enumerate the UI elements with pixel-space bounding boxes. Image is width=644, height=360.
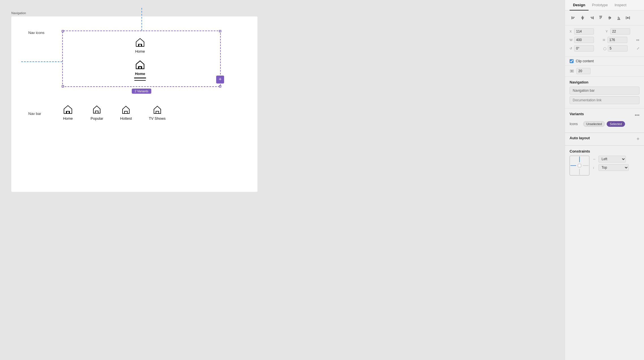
corner-input[interactable] (608, 45, 628, 52)
svg-rect-20 (610, 17, 611, 19)
align-center-h-btn[interactable] (579, 14, 587, 22)
x-field: X (570, 28, 604, 35)
tab-prototype[interactable]: Prototype (589, 0, 611, 10)
constraint-v-select[interactable]: Top Bottom Center Top & Bottom Scale (598, 164, 629, 171)
y-input[interactable] (610, 28, 630, 35)
align-left-icon (571, 16, 576, 20)
variant-selected[interactable]: Selected (607, 121, 625, 127)
nav-icon-unselected-label: Home (135, 49, 145, 53)
nav-icon-selected-label: Home (135, 72, 145, 76)
nav-bar-popular[interactable]: Popular (91, 104, 103, 121)
variant-unselected[interactable]: Unselected (583, 121, 605, 127)
align-bottom-btn[interactable] (615, 14, 623, 22)
align-middle-icon (607, 16, 612, 20)
w-label: W (570, 38, 573, 42)
auto-layout-add-button[interactable]: + (636, 136, 639, 142)
align-top-icon (598, 16, 603, 20)
expand-icon[interactable]: ⤢ (637, 46, 639, 50)
nav-icons-section: Nav icons (28, 28, 241, 87)
svg-rect-26 (627, 17, 628, 19)
align-right-btn[interactable] (588, 14, 596, 22)
constraint-bottom-line (579, 169, 580, 175)
corner-handle-tr[interactable] (219, 30, 221, 32)
constraint-left-line (570, 165, 576, 166)
svg-rect-12 (593, 16, 594, 19)
icons-variant-row: Icons Unselected Selected (570, 121, 639, 127)
home-bar-icon (62, 104, 74, 115)
xy-row: X Y (570, 28, 639, 35)
house-icon-selected (134, 59, 146, 70)
constraint-h-select[interactable]: Left Right Center Left & Right Scale (598, 156, 626, 162)
blue-dashed-horizontal (21, 61, 62, 62)
svg-rect-3 (95, 111, 98, 113)
nav-bar-input[interactable] (570, 87, 639, 95)
tab-design[interactable]: Design (570, 0, 589, 10)
distribute-btn[interactable] (624, 14, 632, 22)
clip-content-checkbox[interactable] (570, 59, 574, 63)
panel-tabs: Design Prototype Inspect (565, 0, 644, 10)
auto-layout-section: Auto layout + (565, 133, 644, 145)
variants-more-button[interactable]: ••• (635, 113, 639, 118)
align-top-btn[interactable] (597, 14, 605, 22)
align-bottom-icon (617, 16, 621, 20)
gap-input[interactable] (576, 68, 591, 74)
clip-content-row: Clip content (565, 57, 644, 66)
tab-inspect[interactable]: Inspect (611, 0, 630, 10)
right-panel: Design Prototype Inspect X (565, 0, 644, 360)
nav-bar-tvshows[interactable]: TV Shows (149, 104, 166, 121)
popular-label: Popular (91, 116, 103, 121)
wh-row: W H ⇔ (570, 37, 639, 43)
align-middle-btn[interactable] (606, 14, 614, 22)
svg-rect-7 (572, 17, 575, 18)
gap-row (565, 66, 644, 77)
nav-icon-unselected[interactable]: Home (68, 37, 212, 53)
align-right-icon (589, 16, 594, 20)
x-input[interactable] (574, 28, 594, 35)
nav-bar-section: Nav bar Home Popular (28, 104, 241, 121)
navigation-section: Navigation (565, 77, 644, 108)
resize-lock-icon[interactable]: ⇔ (636, 38, 639, 42)
svg-rect-2 (67, 111, 69, 113)
svg-rect-29 (572, 70, 572, 72)
corner-handle-br[interactable] (219, 85, 221, 87)
selected-underline (134, 78, 146, 78)
constraints-center (578, 164, 581, 167)
doc-link-input[interactable] (570, 96, 639, 104)
align-center-h-icon (580, 16, 585, 20)
alignment-row (565, 10, 644, 25)
icons-key-label: Icons (570, 122, 581, 126)
h-input[interactable] (607, 37, 627, 43)
y-field: Y (606, 28, 640, 35)
corner-handle-bl[interactable] (62, 85, 64, 87)
nav-icon-selected[interactable]: Home (68, 59, 212, 81)
align-left-btn[interactable] (570, 14, 578, 22)
svg-rect-10 (581, 17, 584, 18)
svg-rect-5 (156, 111, 159, 113)
position-size-props: X Y W H ⇔ ↺ ◯ (565, 25, 644, 57)
nav-bar-hottest[interactable]: Hottest (120, 104, 132, 121)
variants-header: Variants ••• (570, 112, 639, 118)
blue-dashed-vertical (141, 8, 142, 31)
svg-rect-22 (618, 17, 619, 19)
svg-rect-17 (601, 17, 602, 18)
w-input[interactable] (574, 37, 594, 43)
constraint-v-icon: ↕ (593, 166, 597, 169)
rotation-input[interactable] (574, 45, 594, 52)
svg-rect-14 (591, 18, 593, 19)
svg-rect-15 (599, 16, 602, 16)
rotation-field: ↺ (570, 45, 601, 52)
svg-rect-8 (572, 18, 574, 19)
constraint-right-line (583, 165, 589, 166)
svg-rect-16 (600, 17, 600, 19)
add-variant-button[interactable]: + (216, 76, 224, 83)
component-group[interactable]: Home Home + 2 Variants (62, 31, 221, 87)
h-label: H (603, 38, 606, 42)
svg-rect-27 (570, 70, 574, 70)
variants-title: Variants (570, 112, 584, 116)
canvas-area: Navigation Nav icons (0, 0, 565, 360)
rotation-label: ↺ (570, 47, 573, 50)
svg-rect-13 (591, 17, 593, 18)
variants-badge: 2 Variants (132, 89, 151, 94)
nav-bar-home[interactable]: Home (62, 104, 74, 121)
corner-handle-tl[interactable] (62, 30, 64, 32)
